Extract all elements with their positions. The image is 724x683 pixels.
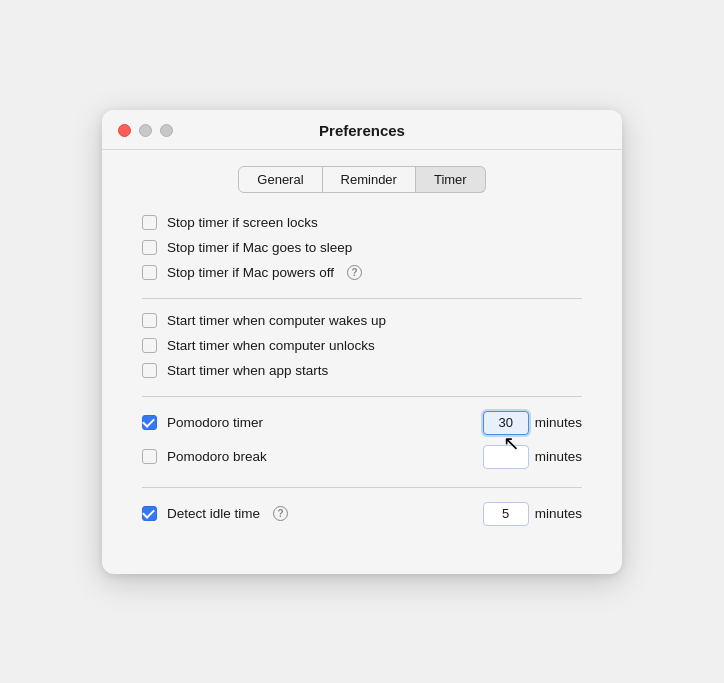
start-wake-label: Start timer when computer wakes up — [167, 313, 386, 328]
start-unlock-row: Start timer when computer unlocks — [142, 338, 582, 353]
pomodoro-break-input[interactable] — [483, 445, 529, 469]
start-wake-row: Start timer when computer wakes up — [142, 313, 582, 328]
tab-general[interactable]: General — [238, 166, 322, 193]
pomodoro-break-input-part: minutes — [483, 445, 582, 469]
main-content: General Reminder Timer Stop timer if scr… — [102, 150, 622, 574]
window-title: Preferences — [319, 122, 405, 139]
start-unlock-label: Start timer when computer unlocks — [167, 338, 375, 353]
stop-power-off-row: Stop timer if Mac powers off ? — [142, 265, 582, 280]
stop-sleep-label: Stop timer if Mac goes to sleep — [167, 240, 352, 255]
detect-idle-checkbox[interactable] — [142, 506, 157, 521]
pomodoro-timer-checkbox[interactable] — [142, 415, 157, 430]
detect-idle-label-part: Detect idle time ? — [142, 506, 473, 521]
minimize-button[interactable] — [139, 124, 152, 137]
start-unlock-checkbox[interactable] — [142, 338, 157, 353]
tab-reminder[interactable]: Reminder — [323, 166, 416, 193]
stop-power-off-label: Stop timer if Mac powers off — [167, 265, 334, 280]
detect-idle-input-part: minutes — [483, 502, 582, 526]
pomodoro-break-label: Pomodoro break — [167, 449, 267, 464]
divider-2 — [142, 396, 582, 397]
stop-options-group: Stop timer if screen locks Stop timer if… — [142, 215, 582, 280]
stop-screen-lock-label: Stop timer if screen locks — [167, 215, 318, 230]
start-wake-checkbox[interactable] — [142, 313, 157, 328]
pomodoro-timer-row: Pomodoro timer minutes ↖ — [142, 411, 582, 435]
stop-power-off-help-icon[interactable]: ? — [347, 265, 362, 280]
detect-idle-minutes: minutes — [535, 506, 582, 521]
stop-power-off-checkbox[interactable] — [142, 265, 157, 280]
divider-1 — [142, 298, 582, 299]
stop-screen-lock-checkbox[interactable] — [142, 215, 157, 230]
pomodoro-timer-minutes: minutes — [535, 415, 582, 430]
tab-bar: General Reminder Timer — [142, 166, 582, 193]
preferences-window: Preferences General Reminder Timer Stop … — [102, 110, 622, 574]
start-app-label: Start timer when app starts — [167, 363, 328, 378]
pomodoro-timer-label: Pomodoro timer — [167, 415, 263, 430]
pomodoro-break-checkbox[interactable] — [142, 449, 157, 464]
maximize-button[interactable] — [160, 124, 173, 137]
idle-options-group: Detect idle time ? minutes — [142, 502, 582, 526]
start-app-row: Start timer when app starts — [142, 363, 582, 378]
pomodoro-timer-input[interactable] — [483, 411, 529, 435]
traffic-lights — [118, 124, 173, 137]
pomodoro-options-group: Pomodoro timer minutes ↖ Pomodoro break … — [142, 411, 582, 469]
pomodoro-timer-input-part: minutes ↖ — [483, 411, 582, 435]
tab-timer[interactable]: Timer — [416, 166, 486, 193]
start-app-checkbox[interactable] — [142, 363, 157, 378]
stop-sleep-row: Stop timer if Mac goes to sleep — [142, 240, 582, 255]
detect-idle-label: Detect idle time — [167, 506, 260, 521]
detect-idle-input[interactable] — [483, 502, 529, 526]
stop-sleep-checkbox[interactable] — [142, 240, 157, 255]
pomodoro-break-minutes: minutes — [535, 449, 582, 464]
detect-idle-row: Detect idle time ? minutes — [142, 502, 582, 526]
divider-3 — [142, 487, 582, 488]
close-button[interactable] — [118, 124, 131, 137]
pomodoro-timer-label-part: Pomodoro timer — [142, 415, 473, 430]
stop-screen-lock-row: Stop timer if screen locks — [142, 215, 582, 230]
pomodoro-break-label-part: Pomodoro break — [142, 449, 473, 464]
titlebar: Preferences — [102, 110, 622, 137]
start-options-group: Start timer when computer wakes up Start… — [142, 313, 582, 378]
detect-idle-help-icon[interactable]: ? — [273, 506, 288, 521]
pomodoro-break-row: Pomodoro break minutes — [142, 445, 582, 469]
